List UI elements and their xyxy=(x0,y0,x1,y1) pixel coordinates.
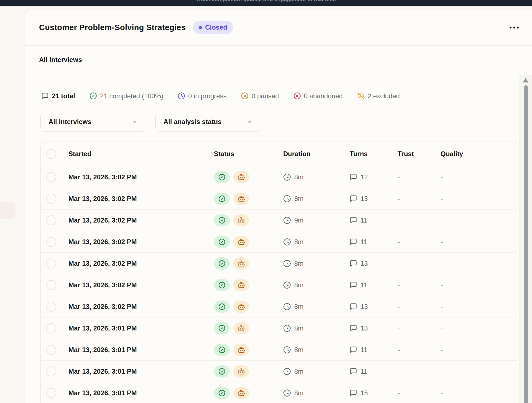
row-duration: 8m xyxy=(294,260,303,267)
status-badge: Closed xyxy=(193,21,233,34)
pause-circle-icon xyxy=(241,92,249,100)
clock-icon xyxy=(283,346,291,354)
row-quality: - xyxy=(441,173,443,181)
bot-icon xyxy=(237,216,245,224)
status-agent-pill xyxy=(233,236,249,248)
circle-check-icon xyxy=(218,346,226,354)
message-square-icon xyxy=(350,368,357,375)
row-checkbox[interactable] xyxy=(46,280,56,290)
row-checkbox[interactable] xyxy=(46,237,56,247)
left-edge-panel xyxy=(0,202,16,219)
row-checkbox[interactable] xyxy=(46,194,56,204)
row-started: Mar 13, 2026, 3:02 PM xyxy=(68,260,137,267)
chevron-down-icon xyxy=(246,118,253,125)
row-duration: 8m xyxy=(294,173,303,181)
analysis-status-filter-dropdown[interactable]: All analysis status xyxy=(155,112,260,132)
table-row[interactable]: Mar 13, 2026, 3:02 PM 8m 13 - - xyxy=(41,296,517,317)
status-agent-pill xyxy=(233,257,249,270)
row-quality: - xyxy=(441,216,443,224)
table-row[interactable]: Mar 13, 2026, 3:01 PM 8m 15 - - xyxy=(41,382,517,403)
table-row[interactable]: Mar 13, 2026, 3:02 PM 8m 13 - - xyxy=(41,252,517,274)
analysis-status-filter-value: All analysis status xyxy=(163,118,221,126)
interviews-filter-dropdown[interactable]: All interviews xyxy=(40,112,145,132)
table-row[interactable]: Mar 13, 2026, 3:02 PM 9m 11 - - xyxy=(41,209,517,231)
message-square-icon xyxy=(350,281,357,289)
status-completed-pill xyxy=(214,193,230,205)
row-quality: - xyxy=(441,368,443,375)
scrollbar-thumb[interactable] xyxy=(524,85,528,403)
row-started: Mar 13, 2026, 3:01 PM xyxy=(68,346,137,354)
clock-icon xyxy=(178,92,185,100)
stat-in-progress: 0 in progress xyxy=(178,92,227,100)
table-row[interactable]: Mar 13, 2026, 3:02 PM 8m 11 - - xyxy=(41,274,517,296)
circle-check-icon xyxy=(218,324,226,332)
select-all-checkbox[interactable] xyxy=(46,149,56,159)
row-duration: 8m xyxy=(294,324,303,332)
status-agent-pill xyxy=(233,344,249,356)
status-completed-pill xyxy=(214,236,230,248)
interviews-filter-value: All interviews xyxy=(48,118,91,126)
table-row[interactable]: Mar 13, 2026, 3:02 PM 8m 12 - - xyxy=(41,166,517,188)
banner-tagline: Track completion, quality, and engagemen… xyxy=(0,0,532,2)
stat-excluded: 2 excluded xyxy=(357,92,400,100)
table-row[interactable]: Mar 13, 2026, 3:02 PM 8m 13 - - xyxy=(41,188,517,209)
section-header: All Interviews xyxy=(25,46,532,74)
row-duration: 8m xyxy=(294,281,303,289)
interviews-table: Started Status Duration Turns Trust Qual… xyxy=(40,141,517,403)
row-duration: 8m xyxy=(294,389,303,397)
table-row[interactable]: Mar 13, 2026, 3:01 PM 8m 13 - - xyxy=(41,317,517,339)
status-completed-pill xyxy=(214,322,230,334)
row-duration: 8m xyxy=(294,368,303,375)
status-agent-pill xyxy=(233,193,249,205)
row-checkbox[interactable] xyxy=(46,259,56,268)
row-trust: - xyxy=(398,324,400,332)
interview-project-card: Customer Problem-Solving Strategies Clos… xyxy=(25,9,532,403)
table-row[interactable]: Mar 13, 2026, 3:01 PM 8m 11 - - xyxy=(41,339,517,360)
row-turns: 11 xyxy=(360,216,367,224)
row-quality: - xyxy=(441,389,443,397)
row-duration: 9m xyxy=(294,216,303,224)
row-turns: 13 xyxy=(360,195,368,203)
column-header-started: Started xyxy=(68,150,214,158)
status-completed-pill xyxy=(214,344,230,356)
message-square-icon xyxy=(350,303,357,310)
row-checkbox[interactable] xyxy=(46,366,56,376)
row-checkbox[interactable] xyxy=(46,172,56,182)
circle-check-icon xyxy=(218,173,226,181)
row-started: Mar 13, 2026, 3:02 PM xyxy=(68,238,137,246)
row-turns: 11 xyxy=(360,238,367,246)
bot-icon xyxy=(237,324,245,332)
row-turns: 13 xyxy=(360,260,368,267)
row-quality: - xyxy=(441,303,443,311)
bot-icon xyxy=(237,303,245,311)
row-trust: - xyxy=(398,195,400,203)
status-completed-pill xyxy=(214,257,230,270)
circle-check-icon xyxy=(218,216,226,224)
row-checkbox[interactable] xyxy=(46,388,56,398)
column-header-status: Status xyxy=(214,150,283,158)
eye-off-icon xyxy=(357,92,365,100)
row-duration: 8m xyxy=(294,303,303,311)
table-body: Mar 13, 2026, 3:02 PM 8m 12 - - Mar 13, … xyxy=(41,166,517,403)
row-checkbox[interactable] xyxy=(46,302,56,312)
more-horizontal-icon[interactable] xyxy=(508,25,520,30)
message-square-icon xyxy=(350,324,357,332)
bot-icon xyxy=(237,195,245,203)
table-row[interactable]: Mar 13, 2026, 3:01 PM 8m 11 - - xyxy=(41,360,517,382)
row-checkbox[interactable] xyxy=(46,215,56,225)
circle-check-icon xyxy=(218,238,226,246)
column-header-turns: Turns xyxy=(350,150,398,158)
row-quality: - xyxy=(441,260,443,267)
row-trust: - xyxy=(398,216,400,224)
message-square-icon xyxy=(350,195,357,202)
row-checkbox[interactable] xyxy=(46,323,56,333)
status-agent-pill xyxy=(233,279,249,291)
status-completed-pill xyxy=(214,301,230,313)
row-checkbox[interactable] xyxy=(46,345,56,355)
status-agent-pill xyxy=(233,171,249,183)
scrollbar-up-arrow-icon[interactable] xyxy=(523,78,528,82)
table-row[interactable]: Mar 13, 2026, 3:02 PM 8m 11 - - xyxy=(41,231,517,252)
row-turns: 12 xyxy=(360,173,368,181)
status-agent-pill xyxy=(233,214,249,226)
message-square-icon xyxy=(350,238,357,246)
